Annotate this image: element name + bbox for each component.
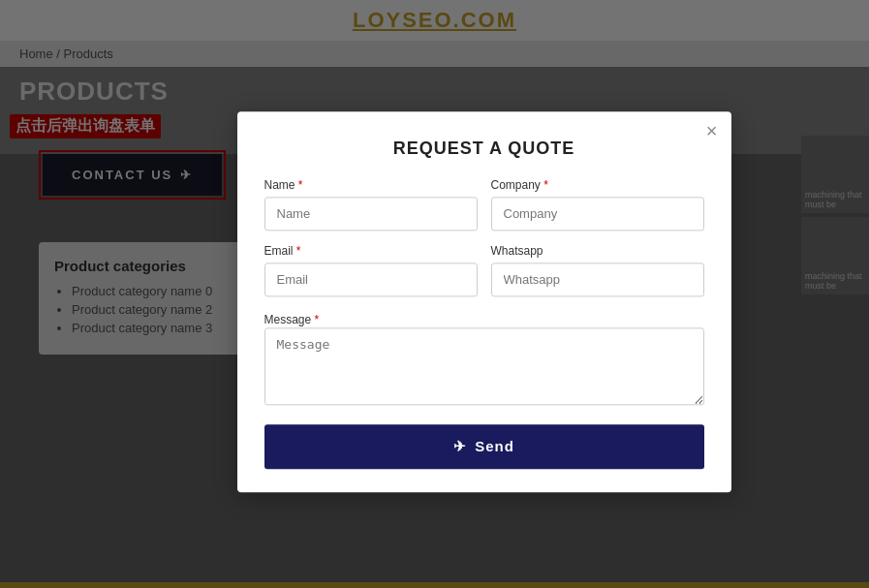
company-required-marker: * <box>541 178 548 192</box>
email-label: Email * <box>264 244 478 258</box>
send-icon: ✈ <box>453 438 467 455</box>
send-label: Send <box>475 438 514 454</box>
email-required-marker: * <box>294 244 301 258</box>
request-quote-modal: × REQUEST A QUOTE Name * Company * Email… <box>237 111 731 492</box>
message-label: Message * <box>264 313 320 326</box>
message-required-marker: * <box>311 313 319 326</box>
name-label: Name * <box>264 178 478 192</box>
company-input[interactable] <box>491 197 704 231</box>
company-field-group: Company * <box>491 178 704 231</box>
company-label: Company * <box>491 178 704 192</box>
modal-title: REQUEST A QUOTE <box>264 139 704 159</box>
message-textarea[interactable] <box>264 327 704 405</box>
whatsapp-input[interactable] <box>491 263 704 296</box>
name-field-group: Name * <box>264 178 478 231</box>
form-row-name-company: Name * Company * <box>264 178 704 231</box>
modal-close-button[interactable]: × <box>706 121 718 140</box>
whatsapp-field-group: Whatsapp <box>491 244 704 296</box>
send-button[interactable]: ✈ Send <box>264 424 704 469</box>
form-row-email-whatsapp: Email * Whatsapp <box>264 244 704 296</box>
email-field-group: Email * <box>264 244 478 296</box>
name-required-marker: * <box>295 178 303 192</box>
message-field-group: Message * <box>264 310 704 409</box>
email-input[interactable] <box>264 263 478 296</box>
whatsapp-label: Whatsapp <box>491 244 704 258</box>
name-input[interactable] <box>264 197 478 231</box>
